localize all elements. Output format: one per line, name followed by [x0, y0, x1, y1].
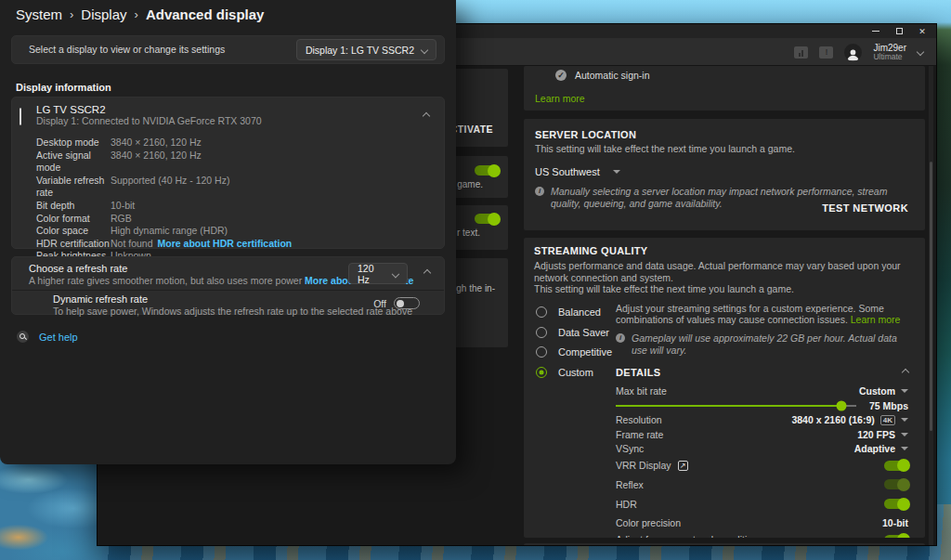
frame-rate-row: Frame rate 120 FPS [616, 427, 908, 442]
breadcrumb: System › Display › Advanced display [16, 7, 264, 22]
gfn-scrollbar[interactable] [929, 66, 933, 545]
get-help-icon [17, 331, 29, 343]
max-bit-rate-dropdown[interactable]: Custom [859, 385, 908, 397]
resolution-dropdown[interactable]: 3840 x 2160 (16:9) 4K [791, 414, 908, 425]
quality-options: Balanced Data Saver Competitive Cus [534, 303, 616, 539]
refresh-rate-dropdown[interactable]: 120 Hz [348, 263, 408, 284]
avatar[interactable] [844, 44, 862, 61]
breadcrumb-system[interactable]: System [16, 7, 62, 22]
collapse-chevron-icon[interactable] [423, 112, 430, 120]
bit-rate-value: 75 Mbps [869, 400, 908, 411]
vrr-display-toggle[interactable] [884, 461, 908, 471]
get-help-link[interactable]: Get help [39, 332, 78, 343]
collapse-chevron-icon[interactable] [423, 269, 431, 277]
option-balanced[interactable]: Balanced [536, 303, 616, 323]
close-button[interactable]: ✕ [916, 25, 929, 37]
server-location-card: SERVER LOCATION This setting will take e… [524, 119, 925, 230]
display-information-card: LG TV SSCR2 Display 1: Connected to NVID… [11, 97, 445, 249]
minimize-icon [872, 31, 879, 32]
option-custom[interactable]: Custom [536, 362, 616, 383]
test-network-button[interactable]: TEST NETWORK [822, 202, 908, 214]
dynamic-refresh-title: Dynamic refresh rate [53, 293, 412, 305]
info-icon: i [616, 333, 625, 343]
color-precision-row: Color precision 10-bit [616, 514, 908, 531]
hdr-certification-link[interactable]: More about HDR certification [158, 238, 293, 251]
frame-rate-dropdown[interactable]: 120 FPS [857, 429, 908, 440]
display-subtitle: Display 1: Connected to NVIDIA GeForce R… [36, 115, 262, 126]
vrr-display-row: VRR Display ↗ [616, 456, 908, 475]
refresh-rate-desc: A higher rate gives smoother motion, but… [29, 275, 302, 286]
account-learn-more-link[interactable]: Learn more [535, 93, 585, 104]
dropdown-arrow-icon [901, 418, 908, 422]
custom-desc: Adjust your streaming settings for a cus… [616, 303, 908, 326]
external-link-icon[interactable]: ↗ [678, 461, 688, 471]
reflex-row: Reflex [616, 475, 908, 494]
chevron-down-icon [392, 269, 399, 277]
server-location-dropdown[interactable]: US Southwest [535, 166, 908, 177]
maximize-button[interactable] [892, 25, 905, 37]
breadcrumb-display[interactable]: Display [81, 7, 126, 22]
divider [12, 290, 444, 291]
check-icon: ✓ [555, 70, 567, 81]
maximize-icon [896, 28, 903, 34]
4k-badge: 4K [880, 415, 895, 425]
spec-row: Bit depth10-bit [36, 200, 433, 213]
spec-row: Color formatRGB [36, 213, 433, 226]
spec-row: Variable refresh rateSupported (40 Hz - … [36, 175, 433, 200]
person-icon [846, 47, 860, 61]
monitor-icon [20, 108, 21, 125]
stats-icon[interactable] [794, 46, 808, 59]
streaming-quality-desc-1: Adjusts performance and data usage. Actu… [534, 260, 908, 283]
dynamic-refresh-desc: To help save power, Windows adjusts the … [53, 306, 412, 317]
resolution-row: Resolution 3840 x 2160 (16:9) 4K [616, 413, 908, 428]
reflex-toggle[interactable] [884, 479, 908, 489]
refresh-rate-card: Choose a refresh rate A higher rate give… [11, 256, 445, 315]
page-title: Advanced display [146, 7, 265, 22]
bit-rate-slider[interactable] [616, 405, 856, 407]
radio-icon [536, 327, 547, 338]
radio-icon [536, 346, 547, 358]
dynamic-refresh-toggle[interactable] [394, 297, 420, 309]
left-card-3-text: ugh the in- [451, 283, 495, 293]
select-display-label: Select a display to view or change its s… [29, 44, 225, 55]
toggle-state-label: Off [373, 298, 386, 309]
poor-network-toggle[interactable] [884, 535, 908, 539]
gfn-caption-controls: ✕ [869, 24, 929, 38]
custom-learn-more-link[interactable]: Learn more [851, 314, 901, 325]
user-tier: Ultimate [873, 53, 906, 61]
breadcrumb-separator: › [70, 7, 73, 21]
spec-row: Active signal mode3840 × 2160, 120 Hz [36, 150, 433, 175]
minimize-button[interactable] [869, 25, 882, 37]
poor-network-row: Adjust for poor network conditions [616, 531, 908, 538]
feedback-icon[interactable]: ! [819, 46, 833, 59]
collapse-chevron-icon[interactable] [902, 369, 909, 376]
bit-rate-slider-row: 75 Mbps [616, 398, 908, 413]
dropdown-arrow-icon [901, 433, 908, 436]
automatic-sign-in-label[interactable]: Automatic sign-in [575, 70, 650, 81]
breadcrumb-separator: › [135, 7, 138, 21]
display-selector-dropdown[interactable]: Display 1: LG TV SSCR2 [296, 39, 436, 60]
info-icon: i [535, 187, 544, 196]
spec-row: Color spaceHigh dynamic range (HDR) [36, 225, 433, 238]
user-block[interactable]: Jim29er Ultimate [873, 43, 906, 61]
settings-window: System › Display › Advanced display Sele… [0, 0, 456, 464]
server-location-title: SERVER LOCATION [535, 129, 908, 140]
color-precision-value: 10-bit [882, 517, 908, 528]
left-toggle-1[interactable] [475, 165, 499, 176]
slider-thumb[interactable] [837, 400, 847, 410]
hdr-toggle[interactable] [884, 499, 908, 509]
option-competitive[interactable]: Competitive [536, 343, 616, 363]
chevron-down-icon[interactable] [917, 48, 924, 56]
desktop-stage: ✕ ! Jim29er Ultimate [0, 0, 951, 560]
option-data-saver[interactable]: Data Saver [536, 322, 616, 343]
vsync-dropdown[interactable]: Adaptive [854, 443, 908, 454]
server-location-desc: This setting will take effect the next t… [535, 143, 908, 155]
server-location-value: US Southwest [535, 166, 600, 177]
spec-row: HDR certification Not found More about H… [36, 238, 433, 251]
dropdown-arrow-icon [901, 389, 908, 393]
account-card: ✓ Automatic sign-in Learn more [524, 66, 925, 111]
scrollbar-thumb[interactable] [930, 162, 932, 431]
display-information-heading: Display information [16, 82, 111, 93]
left-toggle-2[interactable] [475, 214, 499, 224]
radio-selected-icon [536, 367, 547, 378]
